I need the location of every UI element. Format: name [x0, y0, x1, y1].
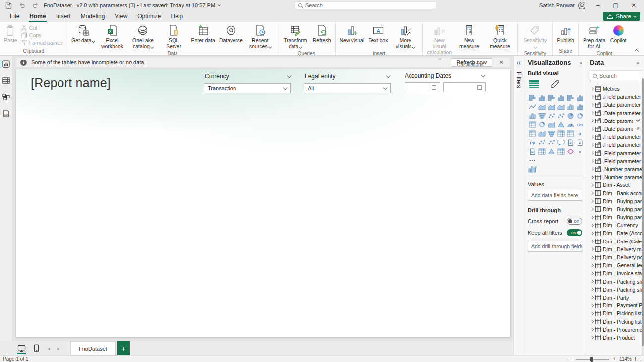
add-page-button[interactable]: +: [117, 341, 130, 355]
expand-chevron-icon[interactable]: [590, 272, 594, 275]
data-table-item[interactable]: Dim - Buying party d...: [590, 205, 642, 213]
card-icon[interactable]: 123: [575, 121, 584, 128]
expand-chevron-icon[interactable]: [590, 176, 594, 179]
expand-chevron-icon[interactable]: [590, 103, 594, 107]
quick-measure-button[interactable]: Quick measure: [485, 23, 515, 50]
cross-report-toggle[interactable]: Off: [567, 218, 582, 225]
legal-entity-slicer-dropdown[interactable]: All: [304, 83, 391, 93]
python-visual-icon[interactable]: Py: [528, 138, 537, 146]
expand-chevron-icon[interactable]: [590, 111, 594, 115]
chevron-down-icon[interactable]: [287, 73, 291, 77]
data-pane-scrollbar[interactable]: [642, 78, 644, 355]
refresh-button[interactable]: Refresh: [311, 23, 333, 44]
zoom-slider[interactable]: [576, 359, 609, 360]
data-table-item[interactable]: Dim - Delivery postal...: [590, 253, 642, 261]
share-button[interactable]: Share: [603, 12, 640, 21]
fit-to-page-button[interactable]: [635, 357, 641, 361]
data-table-item[interactable]: .Number parameter ...: [590, 165, 642, 173]
expand-chevron-icon[interactable]: [590, 304, 594, 307]
data-table-item[interactable]: Dim - Bank account: [590, 189, 642, 197]
publish-button[interactable]: Publish: [555, 23, 575, 44]
expand-chevron-icon[interactable]: [590, 312, 594, 315]
table-icon[interactable]: [556, 129, 565, 137]
excel-workbook-button[interactable]: X Excel workbook: [97, 23, 127, 50]
dataverse-button[interactable]: Dataverse: [218, 23, 244, 44]
close-button[interactable]: ✕: [628, 1, 639, 10]
currency-slicer-dropdown[interactable]: Transaction: [204, 83, 291, 93]
data-table-item[interactable]: .Date parameter - A...: [590, 101, 642, 109]
undo-icon[interactable]: [18, 2, 25, 9]
data-table-item[interactable]: Dim - Asset: [590, 181, 642, 189]
expand-chevron-icon[interactable]: [590, 87, 594, 91]
line-and-stacked-column-chart-icon[interactable]: [566, 103, 575, 111]
expand-chevron-icon[interactable]: [590, 216, 594, 219]
treemap-icon[interactable]: [528, 121, 537, 128]
user-account[interactable]: Satish Panwar: [539, 2, 585, 9]
data-table-item[interactable]: Dim - Payment Posta...: [590, 302, 642, 309]
keep-all-filters-toggle[interactable]: On: [567, 229, 582, 236]
minimize-button[interactable]: –: [592, 1, 603, 10]
menu-modeling[interactable]: Modeling: [76, 11, 110, 22]
expand-chevron-icon[interactable]: [590, 296, 594, 299]
more-visuals-button[interactable]: More visuals: [390, 23, 420, 50]
new-visual-calculation-button[interactable]: fx New visual calculation: [425, 23, 453, 61]
clustered-column-chart-icon[interactable]: [556, 94, 565, 102]
decomposition-tree-icon[interactable]: [537, 138, 546, 146]
copilot-button[interactable]: Copilot: [609, 23, 628, 44]
expand-chevron-icon[interactable]: [590, 167, 594, 171]
data-table-item[interactable]: .Field parameter - A...: [590, 133, 642, 141]
data-table-item[interactable]: Dim - Invoice status: [590, 269, 642, 277]
expand-chevron-icon[interactable]: [590, 151, 594, 155]
paste-button[interactable]: Paste: [2, 23, 19, 44]
accounting-date-start-input[interactable]: [405, 82, 440, 92]
data-table-item[interactable]: Dim - General ledger...: [590, 261, 642, 269]
expand-chevron-icon[interactable]: [590, 183, 594, 187]
zoom-out-button[interactable]: −: [569, 356, 572, 362]
data-table-item[interactable]: Dim - Date (Calendar): [590, 238, 642, 245]
power-automate-icon[interactable]: [547, 147, 556, 155]
cut-button[interactable]: Cut: [20, 24, 64, 31]
data-table-item[interactable]: Metrics: [590, 85, 642, 93]
sql-server-button[interactable]: SQL Server: [159, 23, 188, 50]
menu-view[interactable]: View: [110, 11, 132, 22]
get-more-visuals-icon[interactable]: »: [575, 147, 584, 155]
chevron-down-icon[interactable]: [386, 73, 390, 77]
table-view-button[interactable]: [1, 76, 11, 85]
zoom-in-button[interactable]: +: [613, 356, 616, 362]
expand-chevron-icon[interactable]: [590, 224, 594, 227]
data-table-item[interactable]: Dim - Buying party: [590, 197, 642, 205]
save-icon[interactable]: [5, 2, 12, 9]
data-table-item[interactable]: .Field parameter - Cu...: [590, 93, 642, 101]
chevron-down-icon[interactable]: [481, 73, 485, 77]
matrix-icon[interactable]: [566, 129, 575, 137]
expand-chevron-icon[interactable]: [590, 135, 594, 139]
collapse-ribbon-button[interactable]: [633, 47, 640, 53]
expand-chevron-icon[interactable]: [590, 280, 594, 283]
data-table-item[interactable]: Dim - Picking list lin...: [590, 309, 642, 317]
line-chart-icon[interactable]: [528, 103, 537, 111]
search-input[interactable]: [305, 2, 433, 8]
report-title-text[interactable]: [Report name]: [31, 76, 111, 90]
model-view-button[interactable]: [1, 92, 11, 102]
text-box-button[interactable]: A Text box: [367, 23, 389, 44]
100-stacked-bar-chart-icon[interactable]: [566, 94, 575, 102]
expand-chevron-icon[interactable]: [590, 255, 594, 259]
desktop-layout-button[interactable]: [15, 342, 28, 354]
data-table-item[interactable]: .Number parameter ...: [590, 173, 642, 181]
data-table-item[interactable]: .Field parameter - Re...: [590, 157, 642, 165]
page-tab-fnodataset[interactable]: FnoDataset: [70, 341, 116, 355]
menu-insert[interactable]: Insert: [51, 11, 76, 22]
multi-row-card-icon[interactable]: [528, 129, 537, 137]
expand-chevron-icon[interactable]: [590, 328, 594, 331]
ribbon-chart-icon[interactable]: [556, 103, 565, 111]
data-table-item[interactable]: .Date parameter - Ba...: [590, 109, 642, 117]
power-apps-icon[interactable]: [537, 147, 546, 155]
metrics-goals-icon[interactable]: [575, 138, 584, 146]
funnel-chart-icon[interactable]: [537, 112, 546, 120]
filters-pane-label[interactable]: Filters: [515, 72, 522, 88]
copilot-build-visual-icon[interactable]: [528, 165, 582, 174]
map-icon[interactable]: [537, 121, 546, 128]
data-search[interactable]: [590, 70, 642, 81]
next-page-button[interactable]: ▸: [55, 343, 62, 353]
get-more-visuals-button[interactable]: ...: [528, 155, 582, 162]
